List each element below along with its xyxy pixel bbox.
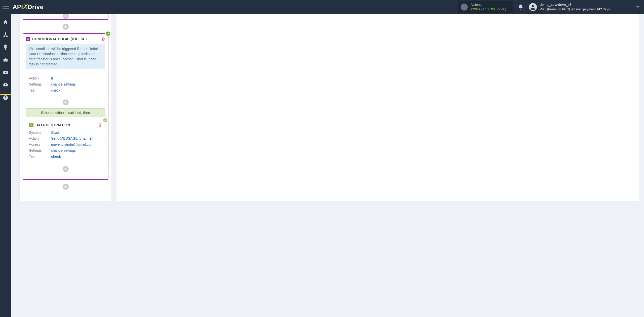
logo[interactable]: API X Drive: [13, 4, 44, 11]
previous-card-tail: +: [23, 14, 108, 20]
actions-usage-badge[interactable]: i Actions: 22'052 of 100'000 (22%): [458, 1, 513, 13]
actions-usage-text: Actions: 22'052 of 100'000 (22%): [471, 3, 506, 11]
kv-val[interactable]: If: [51, 75, 53, 82]
destination-settings: System Slack Action Send MESSAGE (channe…: [29, 130, 102, 160]
svg-point-7: [5, 84, 6, 85]
delete-button[interactable]: [98, 123, 102, 127]
svg-point-1: [532, 5, 534, 7]
actions-label: Actions:: [471, 3, 506, 7]
kv-val[interactable]: Slack: [51, 130, 60, 136]
logo-text-api: API: [13, 4, 23, 11]
kv-key: Action: [29, 136, 48, 142]
kv-key: Access: [29, 142, 48, 148]
kv-val[interactable]: Send MESSAGE (channel): [51, 136, 93, 142]
data-destination-card: 1 DATA DESTINATION System Slack: [26, 120, 105, 163]
check-badge-icon: [105, 31, 111, 36]
info-icon: i: [461, 4, 468, 11]
step-number: 1: [29, 123, 33, 127]
user-menu[interactable]: demo_apix-drive_s3 Plan |Premium PRO| le…: [529, 2, 610, 11]
add-step-button[interactable]: +: [63, 24, 69, 30]
kv-key: Settings: [29, 148, 48, 154]
condition-settings: Action If Settings change settings Test …: [26, 73, 105, 96]
kv-val[interactable]: change settings: [51, 82, 76, 88]
user-plan: Plan |Premium PRO| left until payment 24…: [540, 7, 610, 12]
menu-hamburger-icon[interactable]: [3, 4, 9, 10]
card-title: DATA DESTINATION: [35, 123, 70, 127]
kv-val[interactable]: maverickandrii@gmail.com: [51, 142, 93, 148]
svg-rect-3: [4, 36, 5, 37]
kv-key: System: [29, 130, 48, 136]
left-sidebar: [0, 14, 11, 317]
top-header: API X Drive i Actions: 22'052 of 100'000…: [0, 0, 644, 14]
kv-row: Test check: [29, 88, 102, 94]
sidebar-help-icon[interactable]: [0, 92, 11, 103]
add-step-button[interactable]: +: [63, 184, 69, 190]
kv-row: Action If: [29, 75, 102, 82]
add-step-button[interactable]: +: [63, 14, 69, 19]
chevron-down-icon[interactable]: [635, 4, 640, 10]
step-number: 4: [26, 37, 30, 41]
sidebar-youtube-icon[interactable]: [0, 67, 11, 78]
conditional-logic-card: 4 CONDITIONAL LOGIC (IF/ELSE) This condi…: [23, 33, 108, 180]
sidebar-user-icon[interactable]: [0, 80, 11, 90]
bell-icon[interactable]: [518, 4, 524, 10]
delete-button[interactable]: [101, 37, 105, 41]
kv-row: System Slack: [29, 130, 102, 136]
add-step-button[interactable]: +: [63, 99, 69, 105]
avatar-icon: [529, 3, 537, 11]
kv-key: Settings: [29, 82, 48, 88]
user-meta: demo_apix-drive_s3 Plan |Premium PRO| le…: [540, 2, 610, 11]
svg-rect-2: [5, 33, 6, 34]
kv-val[interactable]: check: [51, 88, 60, 94]
add-step-button[interactable]: +: [63, 166, 69, 172]
check-badge-icon: [103, 118, 108, 123]
kv-row: Access maverickandrii@gmail.com: [29, 142, 102, 148]
sidebar-dollar-icon[interactable]: [0, 42, 11, 53]
condition-description: This condition will be triggered if in t…: [26, 44, 105, 69]
logo-text-drive: Drive: [28, 4, 44, 11]
kv-row: Action Send MESSAGE (channel): [29, 136, 102, 142]
flow-panel: + + 4 CONDITIONAL LOGIC (IF/ELSE): [20, 14, 111, 201]
sidebar-sitemap-icon[interactable]: [0, 29, 11, 40]
kv-key: Test: [29, 88, 48, 94]
condition-satisfied-banner: if the condition is satisfied, then: [26, 108, 105, 117]
kv-row: Test check: [29, 154, 102, 160]
user-name: demo_apix-drive_s3: [540, 2, 610, 7]
page-scroll[interactable]: + + 4 CONDITIONAL LOGIC (IF/ELSE): [11, 14, 644, 317]
sidebar-home-icon[interactable]: [0, 17, 11, 27]
kv-key: Action: [29, 75, 48, 82]
logo-x-icon: X: [23, 3, 28, 10]
sidebar-briefcase-icon[interactable]: [0, 55, 11, 65]
kv-val[interactable]: change settings: [51, 148, 76, 154]
kv-val-check[interactable]: check: [51, 154, 61, 160]
right-content-panel: [116, 14, 639, 201]
actions-current: 22'052: [471, 7, 480, 11]
kv-row: Settings change settings: [29, 148, 102, 154]
kv-key: Test: [29, 154, 48, 160]
card-title: CONDITIONAL LOGIC (IF/ELSE): [32, 37, 87, 41]
svg-rect-4: [7, 36, 8, 37]
kv-row: Settings change settings: [29, 82, 102, 88]
